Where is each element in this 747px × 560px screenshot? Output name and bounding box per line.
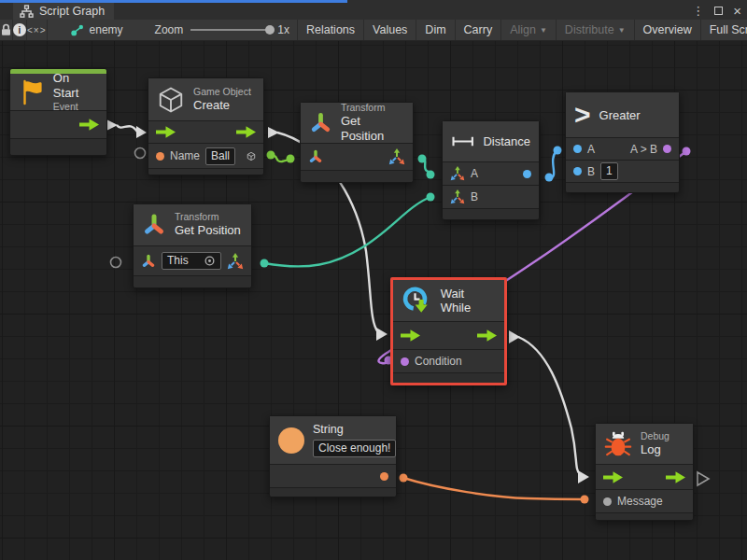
b-value-field[interactable]: 1 bbox=[600, 162, 618, 180]
game-object-output-port[interactable] bbox=[247, 148, 256, 164]
lock-icon bbox=[0, 23, 12, 36]
transform-icon bbox=[309, 111, 332, 135]
overview-button[interactable]: Overview bbox=[635, 20, 701, 40]
cube-icon bbox=[157, 86, 185, 114]
node-title: Greater bbox=[599, 108, 641, 122]
info-button[interactable]: i bbox=[13, 20, 27, 40]
wire-create-to-getposition[interactable] bbox=[267, 151, 295, 163]
wire-distance-to-greater[interactable] bbox=[545, 147, 562, 182]
message-row: Message bbox=[596, 490, 693, 513]
node-title: Create bbox=[193, 98, 251, 113]
zoom-slider[interactable] bbox=[190, 29, 270, 31]
target-value-field[interactable]: This bbox=[162, 252, 221, 270]
window-menu-icon[interactable]: ⋮ bbox=[692, 5, 704, 17]
flow-input-port[interactable] bbox=[603, 471, 623, 483]
node-distance[interactable]: Distance A B bbox=[442, 120, 540, 220]
position-output-port[interactable] bbox=[227, 253, 244, 270]
flag-icon bbox=[19, 78, 45, 106]
node-debug-log[interactable]: Debug Log Message bbox=[595, 423, 694, 521]
node-header: Distance bbox=[443, 121, 539, 162]
flow-output-port[interactable] bbox=[236, 126, 256, 138]
port-b-label: B bbox=[587, 165, 595, 178]
graph-name-label: enemy bbox=[90, 23, 123, 36]
zoom-slider-handle[interactable] bbox=[265, 25, 275, 35]
unconnected-input-indicator-getposition-this bbox=[111, 258, 121, 268]
wire-string-to-debuglog-message[interactable] bbox=[400, 474, 589, 504]
distance-output-port[interactable] bbox=[523, 170, 531, 178]
unconnected-flow-output-indicator-debuglog bbox=[698, 472, 709, 485]
message-input-port[interactable] bbox=[603, 497, 612, 506]
lock-button[interactable] bbox=[0, 20, 13, 40]
node-footer bbox=[10, 139, 106, 155]
node-header: > Greater bbox=[566, 92, 679, 138]
graph-breadcrumb[interactable]: enemy bbox=[70, 20, 123, 40]
node-header: String Close enough! bbox=[270, 416, 396, 465]
condition-input-port[interactable] bbox=[401, 357, 409, 366]
unconnected-input-indicator-create-name bbox=[135, 148, 146, 159]
transform-input-port[interactable] bbox=[141, 254, 156, 269]
align-button[interactable]: Align ▼ bbox=[501, 20, 557, 40]
node-greater[interactable]: > Greater A A > B B 1 bbox=[565, 91, 680, 193]
name-input-port[interactable] bbox=[156, 152, 164, 161]
node-subtitle: Transform bbox=[175, 211, 241, 223]
node-title: Get Position bbox=[175, 223, 241, 238]
node-string[interactable]: String Close enough! bbox=[269, 415, 397, 497]
vector-input-port-b[interactable] bbox=[450, 189, 465, 204]
b-input-port[interactable] bbox=[573, 167, 582, 175]
close-icon[interactable]: × bbox=[733, 4, 741, 18]
node-title: Wait While bbox=[441, 287, 496, 315]
flow-input-port[interactable] bbox=[401, 329, 420, 342]
relations-button[interactable]: Relations bbox=[298, 20, 364, 40]
port-row: This bbox=[134, 246, 251, 276]
node-title: On Start bbox=[53, 71, 98, 102]
maximize-icon[interactable] bbox=[714, 7, 723, 15]
wire-getposition-this-to-distance-b[interactable] bbox=[261, 193, 435, 268]
bug-icon bbox=[604, 429, 632, 459]
string-value-field[interactable]: Close enough! bbox=[313, 440, 396, 457]
condition-row: Condition bbox=[393, 350, 504, 373]
name-value-field[interactable]: Ball bbox=[205, 147, 235, 165]
window-controls: ⋮ × bbox=[692, 3, 741, 18]
values-button[interactable]: Values bbox=[364, 20, 416, 40]
flow-input-port[interactable] bbox=[156, 126, 176, 138]
string-output-port[interactable] bbox=[380, 472, 388, 481]
distribute-button[interactable]: Distribute ▼ bbox=[557, 20, 635, 40]
node-subtitle: Debug bbox=[641, 430, 669, 442]
node-create[interactable]: Game Object Create Name Ball bbox=[148, 77, 264, 175]
tab-script-graph[interactable]: Script Graph bbox=[13, 3, 114, 20]
position-output-port[interactable] bbox=[388, 148, 405, 165]
port-row-b: B bbox=[443, 186, 539, 209]
flow-output-port[interactable] bbox=[79, 119, 99, 131]
node-wait-while[interactable]: Wait While Condition bbox=[390, 277, 507, 385]
node-get-position-this[interactable]: Transform Get Position This bbox=[133, 203, 252, 288]
dim-button[interactable]: Dim bbox=[416, 20, 455, 40]
node-footer bbox=[270, 488, 396, 497]
carry-button[interactable]: Carry bbox=[456, 20, 502, 40]
code-view-button[interactable]: <×> bbox=[27, 20, 48, 40]
distance-icon bbox=[451, 134, 474, 148]
node-title: Get Position bbox=[341, 114, 404, 145]
flow-row bbox=[393, 322, 504, 350]
wire-waitwhile-to-debuglog[interactable] bbox=[509, 330, 589, 483]
a-input-port[interactable] bbox=[573, 145, 582, 153]
fullscreen-button[interactable]: Full Screen bbox=[701, 20, 747, 40]
flow-row bbox=[10, 111, 106, 139]
result-output-port[interactable] bbox=[663, 145, 671, 153]
port-a-label: A bbox=[471, 167, 478, 180]
object-picker-icon[interactable] bbox=[204, 255, 216, 267]
node-get-position-top[interactable]: Transform Get Position bbox=[300, 102, 414, 183]
flow-output-port[interactable] bbox=[477, 329, 497, 342]
node-subtitle: Event bbox=[53, 101, 98, 113]
flow-output-port[interactable] bbox=[666, 471, 685, 483]
graph-tab-icon bbox=[20, 5, 34, 19]
toolbar-buttons: Relations Values Dim Carry Align ▼ Distr… bbox=[297, 20, 747, 40]
code-icon: <×> bbox=[27, 25, 47, 35]
message-label: Message bbox=[617, 495, 663, 508]
transform-input-port[interactable] bbox=[308, 149, 323, 164]
node-on-start[interactable]: On Start Event bbox=[9, 68, 107, 156]
wire-getposition-to-distance-a[interactable] bbox=[418, 155, 435, 179]
wire-onstart-to-create[interactable] bbox=[106, 119, 147, 138]
graph-icon bbox=[70, 24, 84, 36]
graph-canvas[interactable]: On Start Event Game Object Create bbox=[0, 41, 747, 560]
vector-input-port-a[interactable] bbox=[450, 166, 465, 181]
